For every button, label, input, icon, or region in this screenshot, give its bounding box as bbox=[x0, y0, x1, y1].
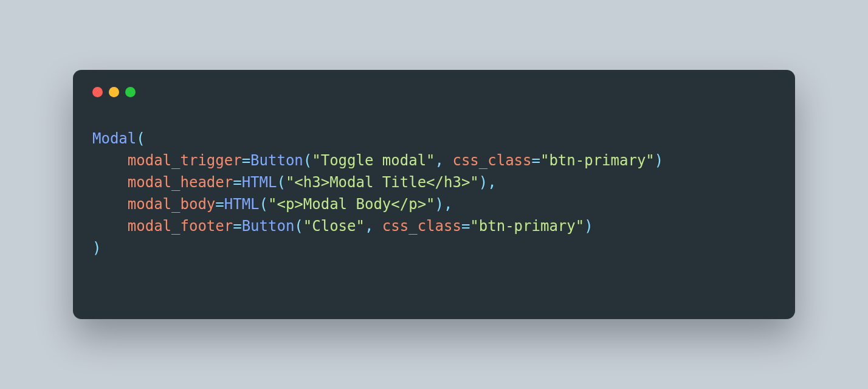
token-comma: , bbox=[435, 152, 453, 169]
token-paren: ), bbox=[479, 174, 497, 191]
token-eq: = bbox=[233, 174, 241, 191]
token-paren: ( bbox=[303, 152, 312, 169]
token-param: modal_footer bbox=[128, 218, 233, 235]
token-kwarg: css_class bbox=[452, 152, 531, 169]
code-window: Modal( modal_trigger=Button("Toggle moda… bbox=[73, 70, 795, 319]
code-line-4: modal_body=HTML("<p>Modal Body</p>"), bbox=[92, 196, 452, 213]
token-kwarg: css_class bbox=[382, 218, 461, 235]
token-string: "Close" bbox=[303, 218, 365, 235]
token-param: modal_header bbox=[128, 174, 233, 191]
close-icon[interactable] bbox=[92, 87, 103, 97]
token-eq: = bbox=[233, 218, 241, 235]
token-string: "<p>Modal Body</p>" bbox=[268, 196, 435, 213]
token-eq: = bbox=[461, 218, 470, 235]
token-paren: ( bbox=[136, 130, 145, 147]
code-block: Modal( modal_trigger=Button("Toggle moda… bbox=[92, 128, 776, 259]
token-eq: = bbox=[242, 152, 250, 169]
code-line-3: modal_header=HTML("<h3>Modal Title</h3>"… bbox=[92, 174, 497, 191]
token-call: HTML bbox=[242, 174, 277, 191]
token-paren: ) bbox=[92, 239, 101, 256]
token-param: modal_body bbox=[128, 196, 216, 213]
token-call: Button bbox=[250, 152, 303, 169]
token-eq: = bbox=[215, 196, 224, 213]
minimize-icon[interactable] bbox=[109, 87, 119, 97]
token-comma: , bbox=[365, 218, 382, 235]
token-eq: = bbox=[532, 152, 540, 169]
token-indent bbox=[92, 196, 128, 213]
token-string: "<h3>Modal Title</h3>" bbox=[286, 174, 479, 191]
token-paren: ) bbox=[655, 152, 663, 169]
code-line-5: modal_footer=Button("Close", css_class="… bbox=[92, 218, 593, 235]
code-line-6: ) bbox=[92, 239, 101, 256]
token-paren: ), bbox=[435, 196, 453, 213]
token-paren: ( bbox=[294, 218, 303, 235]
token-paren: ( bbox=[260, 196, 268, 213]
token-string: "btn-primary" bbox=[470, 218, 584, 235]
token-call: Button bbox=[242, 218, 295, 235]
token-call: HTML bbox=[224, 196, 260, 213]
token-string: "Toggle modal" bbox=[312, 152, 435, 169]
code-line-2: modal_trigger=Button("Toggle modal", css… bbox=[92, 152, 663, 169]
token-paren: ( bbox=[277, 174, 285, 191]
token-indent bbox=[92, 174, 128, 191]
token-string: "btn-primary" bbox=[540, 152, 655, 169]
token-indent bbox=[92, 152, 128, 169]
window-controls bbox=[92, 87, 776, 97]
token-param: modal_trigger bbox=[128, 152, 242, 169]
token-paren: ) bbox=[584, 218, 593, 235]
token-func: Modal bbox=[92, 130, 136, 147]
token-indent bbox=[92, 218, 128, 235]
code-line-1: Modal( bbox=[92, 130, 145, 147]
zoom-icon[interactable] bbox=[125, 87, 136, 97]
